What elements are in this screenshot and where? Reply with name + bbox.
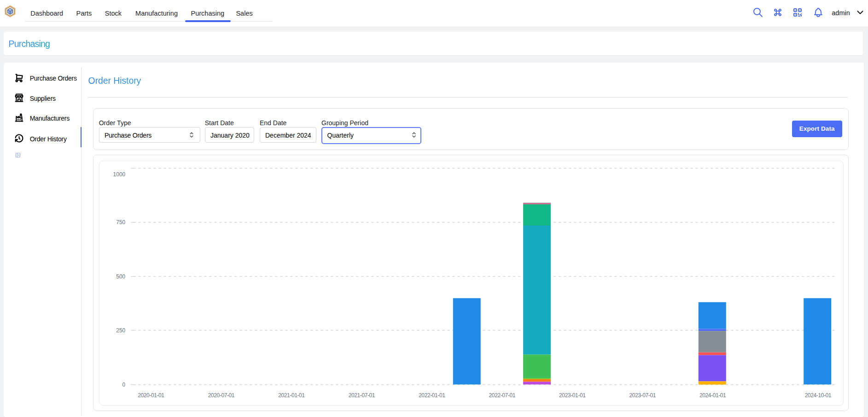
svg-text:500: 500: [116, 273, 125, 279]
svg-text:2024-10-01: 2024-10-01: [804, 392, 831, 398]
svg-text:2023-07-01: 2023-07-01: [629, 392, 656, 398]
svg-text:2023-01-01: 2023-01-01: [559, 392, 586, 398]
svg-text:2020-01-01: 2020-01-01: [138, 392, 164, 398]
svg-text:0: 0: [122, 382, 125, 388]
svg-text:2021-07-01: 2021-07-01: [348, 392, 375, 398]
svg-text:2024-01-01: 2024-01-01: [699, 392, 726, 398]
svg-text:2020-07-01: 2020-07-01: [208, 392, 234, 398]
svg-text:1000: 1000: [113, 171, 125, 177]
svg-text:2021-01-01: 2021-01-01: [278, 392, 305, 398]
svg-text:250: 250: [116, 327, 125, 334]
svg-text:750: 750: [116, 219, 125, 226]
svg-text:2022-07-01: 2022-07-01: [489, 392, 515, 398]
svg-text:2022-01-01: 2022-01-01: [419, 392, 445, 398]
